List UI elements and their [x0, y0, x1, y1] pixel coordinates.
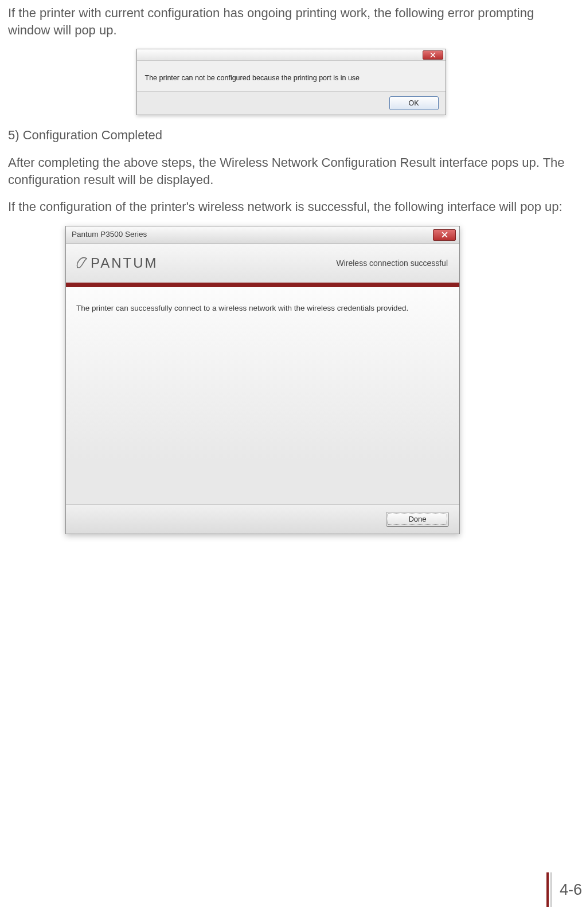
- step-5-heading: 5) Configuration Completed: [8, 127, 574, 144]
- ok-button[interactable]: OK: [389, 96, 439, 110]
- page-number-bar-red: [546, 872, 549, 907]
- error-dialog-window: The printer can not be configured becaus…: [136, 49, 446, 115]
- success-dialog-titlebar: Pantum P3500 Series: [66, 226, 459, 244]
- logo-text: PANTUM: [91, 254, 158, 272]
- error-dialog-figure: The printer can not be configured becaus…: [8, 49, 574, 115]
- success-dialog-footer: Done: [66, 505, 459, 534]
- close-icon[interactable]: [433, 229, 456, 241]
- after-paragraph-1: After completing the above steps, the Wi…: [8, 154, 574, 188]
- error-dialog-message: The printer can not be configured becaus…: [137, 61, 446, 91]
- success-dialog-window: Pantum P3500 Series PANTUM Wireless conn…: [65, 226, 460, 534]
- close-icon[interactable]: [423, 50, 443, 60]
- done-button[interactable]: Done: [386, 512, 449, 527]
- success-dialog-body: The printer can successfully connect to …: [66, 287, 459, 505]
- success-dialog-header: PANTUM Wireless connection successful: [66, 244, 459, 284]
- error-dialog-footer: OK: [137, 91, 446, 115]
- success-dialog-figure: Pantum P3500 Series PANTUM Wireless conn…: [8, 226, 574, 534]
- pantum-logo: PANTUM: [74, 254, 158, 272]
- page-number: 4-6: [560, 881, 582, 899]
- success-dialog-title: Pantum P3500 Series: [72, 229, 147, 240]
- logo-icon: [74, 255, 90, 271]
- page-number-bar-gray: [550, 872, 552, 907]
- page-number-area: 4-6: [546, 872, 582, 907]
- intro-paragraph: If the printer with current configuratio…: [8, 5, 574, 38]
- error-dialog-titlebar: [137, 49, 446, 61]
- header-status-text: Wireless connection successful: [336, 258, 448, 269]
- after-paragraph-2: If the configuration of the printer's wi…: [8, 198, 574, 216]
